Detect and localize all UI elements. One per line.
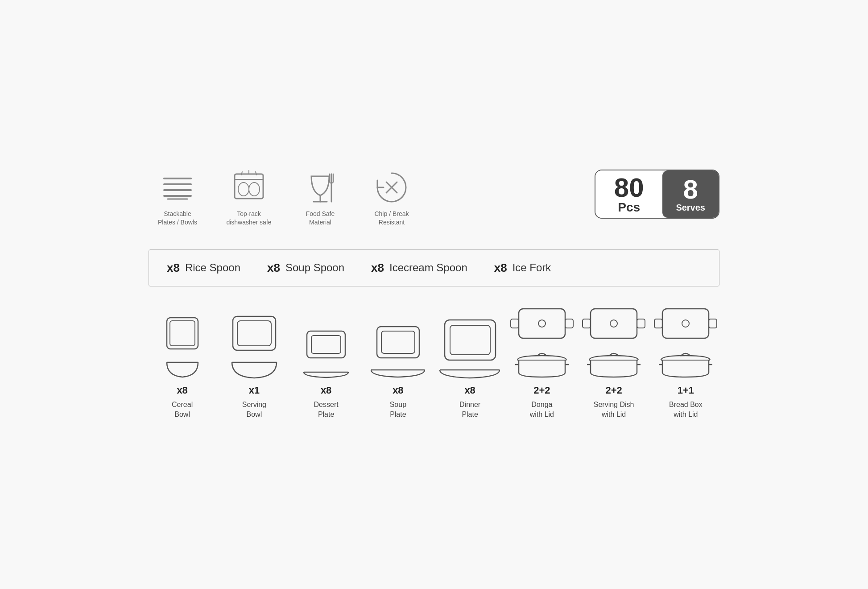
rice-spoon-name: Rice Spoon [185, 261, 240, 274]
item-cereal-bowl: x8 CerealBowl [149, 309, 216, 420]
soup-plate-drawing [369, 309, 427, 380]
food-safe-icon [302, 170, 338, 205]
svg-rect-32 [450, 325, 490, 355]
feature-chip-break: Chip / BreakResistant [363, 170, 421, 227]
dinner-plate-qty: x8 [464, 385, 475, 396]
stackable-label: StackablePlates / Bowls [158, 210, 197, 227]
item-donga: 2+2 Dongawith Lid [508, 309, 575, 420]
serves-badge: 80 Pcs 8 Serves [595, 170, 719, 219]
donga-drawing [511, 309, 573, 380]
dishwasher-icon [231, 170, 267, 205]
item-serving-dish: 2+2 Serving Dishwith Lid [580, 309, 648, 420]
serving-dish-drawing [583, 309, 645, 380]
serving-dish-name: Serving Dishwith Lid [594, 400, 634, 420]
svg-rect-43 [591, 309, 637, 338]
icecream-spoon-qty: x8 [371, 261, 384, 275]
dishwasher-label: Top-rackdishwasher safe [226, 210, 271, 227]
dessert-plate-drawing [299, 309, 353, 380]
serves-section: 8 Serves [662, 170, 719, 218]
features-icons: StackablePlates / Bowls [149, 170, 595, 227]
utensil-ice-fork: x8 Ice Fork [494, 261, 551, 275]
svg-rect-31 [445, 320, 496, 360]
svg-point-8 [249, 183, 260, 196]
svg-rect-19 [167, 318, 198, 349]
feature-stackable: StackablePlates / Bowls [149, 170, 207, 227]
svg-rect-42 [637, 319, 645, 328]
bread-box-qty: 1+1 [678, 385, 694, 396]
soup-plate-name: SoupPlate [390, 400, 406, 420]
items-grid: x8 CerealBowl x1 ServingBowl [149, 309, 719, 420]
dessert-plate-qty: x8 [321, 385, 331, 396]
cereal-bowl-qty: x8 [177, 385, 187, 396]
main-container: StackablePlates / Bowls [122, 152, 746, 438]
food-safe-label: Food SafeMaterial [306, 210, 335, 227]
serves-number: 8 [683, 176, 698, 203]
serving-dish-qty: 2+2 [605, 385, 622, 396]
chip-break-icon [374, 170, 409, 205]
svg-point-7 [238, 183, 249, 196]
donga-name: Dongawith Lid [530, 400, 554, 420]
utensils-box: x8 Rice Spoon x8 Soup Spoon x8 Icecream … [149, 249, 719, 286]
pcs-number: 80 [614, 174, 644, 201]
soup-spoon-name: Soup Spoon [285, 261, 344, 274]
svg-rect-48 [654, 319, 662, 328]
bread-box-drawing [654, 309, 717, 380]
item-dinner-plate: x8 DinnerPlate [436, 309, 504, 420]
svg-rect-49 [709, 319, 717, 328]
pcs-label: Pcs [618, 201, 640, 214]
svg-rect-34 [511, 319, 519, 328]
rice-spoon-qty: x8 [167, 261, 180, 275]
ice-fork-qty: x8 [494, 261, 507, 275]
item-soup-plate: x8 SoupPlate [364, 309, 432, 420]
utensil-icecream-spoon: x8 Icecream Spoon [371, 261, 467, 275]
stackable-icon [160, 170, 195, 205]
svg-rect-41 [583, 319, 591, 328]
svg-point-37 [538, 320, 546, 327]
features-row: StackablePlates / Bowls [149, 170, 719, 227]
svg-rect-20 [170, 321, 195, 346]
serving-bowl-qty: x1 [249, 385, 260, 396]
utensil-soup-spoon: x8 Soup Spoon [267, 261, 344, 275]
feature-dishwasher: Top-rackdishwasher safe [220, 170, 278, 227]
item-serving-bowl: x1 ServingBowl [220, 309, 288, 420]
ice-fork-name: Ice Fork [513, 261, 551, 274]
soup-plate-qty: x8 [393, 385, 403, 396]
svg-rect-35 [565, 319, 573, 328]
pcs-section: 80 Pcs [595, 170, 662, 218]
svg-rect-26 [311, 336, 341, 353]
bread-box-name: Bread Boxwith Lid [669, 400, 703, 420]
svg-point-44 [610, 320, 617, 327]
dessert-plate-name: DessertPlate [314, 400, 339, 420]
soup-spoon-qty: x8 [267, 261, 280, 275]
dinner-plate-name: DinnerPlate [459, 400, 480, 420]
feature-food-safe: Food SafeMaterial [291, 170, 349, 227]
cereal-bowl-name: CerealBowl [172, 400, 193, 420]
serves-label-text: Serves [676, 203, 705, 212]
serving-bowl-drawing [227, 309, 281, 380]
serving-bowl-name: ServingBowl [242, 400, 266, 420]
donga-qty: 2+2 [533, 385, 550, 396]
svg-rect-29 [381, 331, 415, 353]
svg-rect-36 [519, 309, 565, 338]
item-dessert-plate: x8 DessertPlate [293, 309, 360, 420]
svg-rect-23 [237, 321, 271, 346]
utensil-rice-spoon: x8 Rice Spoon [167, 261, 240, 275]
icecream-spoon-name: Icecream Spoon [389, 261, 467, 274]
svg-point-51 [682, 320, 689, 327]
svg-rect-50 [662, 309, 709, 338]
chip-break-label: Chip / BreakResistant [374, 210, 409, 227]
item-bread-box: 1+1 Bread Boxwith Lid [652, 309, 719, 420]
cereal-bowl-drawing [160, 309, 205, 380]
dinner-plate-drawing [438, 309, 502, 380]
